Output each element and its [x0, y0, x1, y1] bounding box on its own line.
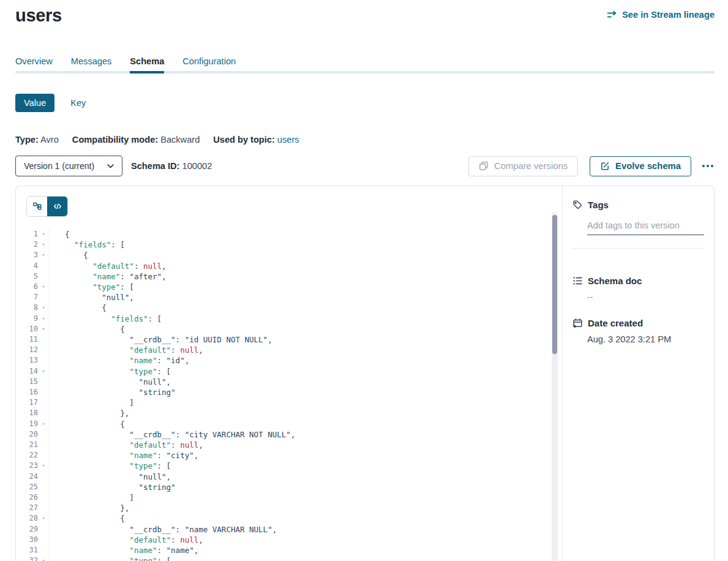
fold-toggle-icon[interactable]: ▾	[38, 366, 49, 377]
fold-toggle-icon[interactable]: ▾	[38, 555, 49, 561]
fold-toggle-icon[interactable]: ▾	[38, 314, 49, 324]
line-number: 15	[16, 377, 38, 387]
line-number: 22	[16, 450, 38, 461]
tree-view-icon	[32, 201, 42, 211]
schema-id-value: 100002	[182, 161, 212, 171]
topic-link[interactable]: users	[277, 135, 299, 145]
date-created-value: Aug. 3 2022 3:21 PM	[587, 334, 704, 344]
fold-toggle-icon[interactable]: ▾	[38, 461, 49, 471]
fold-toggle-icon[interactable]: ▾	[38, 250, 49, 260]
code-line: 7 "null",	[16, 292, 562, 303]
fold-toggle-icon[interactable]: ▾	[38, 229, 49, 239]
line-number: 25	[16, 482, 38, 492]
code-line: 23▾ "type": [	[16, 461, 562, 471]
used-by-topic-field: Used by topic: users	[213, 135, 299, 145]
line-number: 19	[16, 419, 38, 429]
line-number: 1	[16, 229, 38, 239]
schema-id-field: Schema ID: 100002	[131, 161, 212, 171]
editor-scrollbar-thumb[interactable]	[552, 215, 557, 354]
type-value: Avro	[40, 135, 59, 145]
code-view-icon	[53, 201, 62, 211]
fold-toggle-icon[interactable]: ▾	[38, 282, 49, 292]
schema-meta-row: Type: Avro Compatibility mode: Backward …	[15, 135, 715, 145]
chevron-down-icon	[107, 164, 114, 168]
tree-view-button[interactable]	[27, 197, 47, 216]
date-created-heading: Date created	[588, 318, 643, 328]
page-title: users	[15, 5, 62, 26]
code-line: 9▾ "fields": [	[16, 314, 562, 324]
key-tab-button[interactable]: Key	[70, 98, 86, 108]
line-number: 24	[16, 472, 38, 482]
line-number: 11	[16, 334, 38, 345]
code-line: 26 ]	[16, 492, 562, 503]
tags-input[interactable]	[587, 220, 704, 235]
more-options-button[interactable]	[701, 161, 715, 171]
code-line: 17 ]	[16, 397, 562, 408]
line-number: 9	[16, 314, 38, 324]
line-number: 5	[16, 271, 38, 282]
code-line: 8▾ {	[16, 303, 562, 313]
code-line: 28▾ {	[16, 513, 562, 524]
schema-id-label: Schema ID:	[131, 161, 179, 171]
used-by-topic-label: Used by topic:	[213, 135, 275, 145]
compare-versions-button[interactable]: Compare versions	[468, 156, 578, 176]
fold-toggle-icon[interactable]: ▾	[38, 513, 49, 524]
compatibility-value: Backward	[160, 135, 200, 145]
stream-lineage-link[interactable]: See in Stream lineage	[607, 10, 715, 20]
code-line: 2▾ "fields": [	[16, 239, 562, 250]
tab-schema[interactable]: Schema	[130, 56, 164, 73]
line-number: 12	[16, 345, 38, 355]
code-line: 6▾ "type": [	[16, 282, 562, 292]
editor-toolbar	[16, 186, 562, 217]
compare-versions-label: Compare versions	[494, 161, 568, 171]
schema-doc-value: --	[587, 292, 704, 302]
fold-toggle-icon[interactable]: ▾	[38, 303, 49, 313]
compatibility-field: Compatibility mode: Backward	[72, 135, 200, 145]
stream-lineage-label: See in Stream lineage	[622, 10, 715, 20]
line-number: 10	[16, 324, 38, 334]
stream-lineage-icon	[607, 10, 617, 20]
schema-page: users See in Stream lineage OverviewMess…	[0, 0, 728, 561]
line-number: 29	[16, 524, 38, 535]
code-line: 3▾ {	[16, 250, 562, 260]
value-tab-button[interactable]: Value	[15, 94, 54, 112]
code-line: 19▾ {	[16, 419, 562, 429]
evolve-schema-button[interactable]: Evolve schema	[590, 156, 691, 176]
tab-configuration[interactable]: Configuration	[182, 56, 236, 73]
value-key-toggle: Value Key	[15, 94, 715, 112]
code-line: 14▾ "type": [	[16, 366, 562, 377]
evolve-schema-label: Evolve schema	[615, 161, 681, 171]
editor-scrollbar[interactable]	[552, 212, 558, 561]
version-select[interactable]: Version 1 (current)	[15, 156, 122, 176]
code-line: 27 },	[16, 503, 562, 513]
line-number: 4	[16, 261, 38, 271]
line-number: 8	[16, 303, 38, 313]
version-select-value: Version 1 (current)	[24, 161, 94, 171]
type-label: Type:	[15, 135, 39, 145]
tab-overview[interactable]: Overview	[15, 56, 53, 73]
code-line: 32▾ "type": [	[16, 555, 562, 561]
code-line: 18 },	[16, 408, 562, 418]
fold-toggle-icon[interactable]: ▾	[38, 419, 49, 429]
tab-messages[interactable]: Messages	[71, 56, 112, 73]
line-number: 32	[16, 555, 38, 561]
code-line: 11 "__crdb__": "id UUID NOT NULL",	[16, 334, 562, 345]
code-line: 10▾ {	[16, 324, 562, 334]
fold-toggle-icon[interactable]: ▾	[38, 239, 49, 250]
schema-editor: 1▾{2▾ "fields": [3▾ {4 "default": null,5…	[16, 186, 562, 561]
code-line: 1▾{	[16, 229, 562, 239]
line-number: 7	[16, 292, 38, 303]
section-divider	[572, 248, 704, 249]
line-number: 21	[16, 440, 38, 450]
fold-toggle-icon[interactable]: ▾	[38, 324, 49, 334]
schema-doc-heading: Schema doc	[588, 276, 642, 286]
view-mode-toggle	[26, 196, 68, 217]
code-line: 31 "name": "name",	[16, 545, 562, 555]
code-view-button[interactable]	[47, 197, 67, 216]
line-number: 30	[16, 535, 38, 545]
date-created-section: Date created Aug. 3 2022 3:21 PM	[572, 318, 704, 344]
tags-section: Tags	[572, 200, 704, 249]
code-line: 4 "default": null,	[16, 261, 562, 271]
compatibility-label: Compatibility mode:	[72, 135, 158, 145]
ellipsis-icon	[702, 165, 705, 167]
